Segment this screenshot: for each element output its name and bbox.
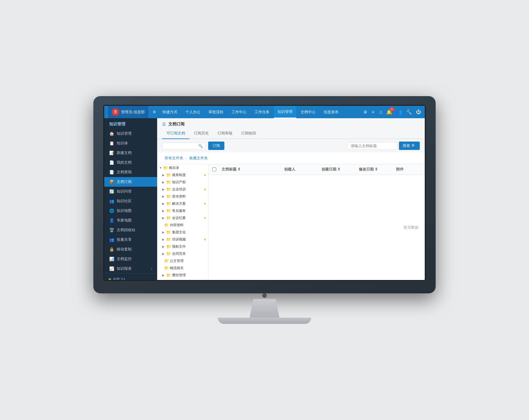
page-header: ☰ 文档订阅 bbox=[157, 118, 425, 127]
tree-item-10[interactable]: ▶ 📁 报标文件 bbox=[157, 243, 208, 250]
recycle-icon: 🗑️ bbox=[109, 228, 114, 232]
knowledge-body-icon: 📋 bbox=[109, 141, 114, 146]
tree-item-2[interactable]: ▶ 📁 企业培训 ★ bbox=[157, 186, 208, 193]
no-data-label: 暂无数据 bbox=[404, 225, 419, 230]
sidebar-item-label: 知识管理 bbox=[117, 131, 132, 136]
home-icon[interactable]: ⌂ bbox=[379, 109, 382, 115]
tree-root[interactable]: ▼ 📁 根目录 bbox=[157, 164, 208, 171]
folder-icon-7: 📁 bbox=[164, 223, 169, 227]
sidebar-item-knowledge-map[interactable]: 🌐 知识地图 bbox=[104, 206, 157, 216]
tree-arrow-10: ▶ bbox=[162, 245, 165, 248]
tree-arrow-9: ▶ bbox=[162, 238, 165, 241]
tree-item-0[interactable]: ▶ 📁 规章制度 ★ bbox=[157, 171, 208, 179]
sidebar-item-label: 文档查阅 bbox=[117, 170, 132, 175]
camera-row bbox=[262, 293, 267, 298]
monitor-neck bbox=[246, 299, 283, 318]
sidebar-item-recycle[interactable]: 🗑️ 文档回收站 bbox=[104, 225, 157, 235]
sidebar-item-knowledge-body[interactable]: 📋 知识体 bbox=[104, 138, 157, 148]
nav-work-task[interactable]: 工作任务 bbox=[251, 106, 273, 118]
search-button-label: 搜索 bbox=[403, 143, 410, 148]
tree-item-5[interactable]: ▶ 📁 售后服务 bbox=[157, 207, 208, 214]
tab-history[interactable]: 订阅历史 bbox=[190, 128, 213, 139]
tree-label-3: 宣传资料 bbox=[172, 194, 186, 199]
sidebar-item-knowledge-report[interactable]: 📈 知识报表 › bbox=[104, 264, 157, 273]
notification-icon[interactable]: 🔔 51 bbox=[386, 109, 392, 115]
tree-item-3[interactable]: ▶ 📁 宣传资料 bbox=[157, 193, 208, 200]
tree-item-7[interactable]: 📁 外部资料 bbox=[157, 222, 208, 229]
tab-revoke[interactable]: 订阅收回 bbox=[237, 128, 260, 139]
sidebar-item-batch-share[interactable]: 👥 批量共享 bbox=[104, 235, 157, 245]
tab-subscribable[interactable]: 可订阅文档 bbox=[162, 128, 190, 139]
sidebar-item-doc-monitor[interactable]: 📊 文档监控 bbox=[104, 254, 157, 264]
sidebar-item-move-copy[interactable]: 🔒 移动复制 bbox=[104, 245, 157, 254]
table-wrap: ▼ 📁 根目录 ▶ 📁 规章制度 ★ ▶ bbox=[157, 164, 425, 280]
tabs-bar: 可订阅文档 订阅历史 订阅审核 订阅收回 bbox=[157, 128, 425, 139]
tree-item-6[interactable]: ▶ 📁 会议纪要 ★ bbox=[157, 214, 208, 222]
user-icon[interactable]: 👥 bbox=[396, 109, 402, 115]
nav-work-center[interactable]: 工作中心 bbox=[228, 106, 250, 118]
sidebar-item-label: 知识社区 bbox=[117, 198, 132, 204]
nav-approval[interactable]: 审批流转 bbox=[205, 106, 227, 118]
monitor-camera bbox=[262, 293, 267, 298]
move-copy-icon: 🔒 bbox=[109, 247, 114, 252]
tree-label-1: 知识产权 bbox=[172, 180, 186, 184]
col-checkbox[interactable] bbox=[212, 167, 222, 172]
tree-item-4[interactable]: ▶ 📁 解决方案 ★ bbox=[157, 200, 208, 207]
sidebar-item-my-doc[interactable]: 📄 我的文档 bbox=[104, 158, 157, 167]
knowledge-report-arrow: › bbox=[151, 267, 152, 270]
sidebar-item-doc-subscribe[interactable]: 📦 文档订阅 bbox=[104, 177, 157, 187]
toolbar-search-input[interactable] bbox=[165, 144, 197, 148]
sidebar-item-label: 知识体 bbox=[117, 141, 128, 146]
logo-area: 艾 管理员-信息部 bbox=[108, 106, 148, 118]
tree-label-8: 集团文化 bbox=[172, 230, 186, 235]
sidebar-item-knowledge-qa[interactable]: 🔄 知识问管 bbox=[104, 187, 157, 196]
nav-doc-center[interactable]: 文档中心 bbox=[297, 106, 319, 118]
toolbar-search-box[interactable]: 🔍 bbox=[162, 142, 206, 149]
folder-icon-9: 📁 bbox=[166, 237, 171, 242]
power-icon[interactable]: ⏻ bbox=[416, 109, 421, 115]
sidebar: 知识管理 🏠 知识管理 📋 知识体 📝 新建文档 📄 bbox=[104, 118, 157, 280]
settings-icon[interactable]: 🔧 bbox=[406, 109, 412, 115]
col-title-label: 文档标题 ⇕ bbox=[222, 167, 241, 172]
tree-item-9[interactable]: ▶ 📁 培训视频 ★ bbox=[157, 236, 208, 243]
sidebar-item-knowledge-mgmt[interactable]: 🏠 知识管理 bbox=[104, 129, 157, 138]
tree-item-15[interactable]: ▶ 📁 实施方法论 bbox=[157, 279, 208, 280]
star-icon-2: ★ bbox=[204, 188, 206, 191]
nav-personal[interactable]: 个人办公 bbox=[182, 106, 204, 118]
tree-item-14[interactable]: ▶ 📁 费控管理 bbox=[157, 272, 208, 279]
sidebar-item-new-doc[interactable]: 📝 新建文档 bbox=[104, 148, 157, 158]
tree-label-0: 规章制度 bbox=[172, 173, 186, 177]
nav-knowledge[interactable]: 知识管理 bbox=[274, 106, 296, 118]
tree-item-13[interactable]: 📁 物流相关 bbox=[157, 264, 208, 272]
tree-item-8[interactable]: ▶ 📁 集团文化 bbox=[157, 229, 208, 236]
sidebar-item-knowledge-community[interactable]: 👥 知识社区 bbox=[104, 196, 157, 206]
sidebar-item-label: 知识地图 bbox=[117, 208, 132, 213]
tree-item-12[interactable]: 📁 公文管理 bbox=[157, 257, 208, 264]
nav-menu-icon[interactable]: ≡ bbox=[150, 109, 159, 115]
star-icon-0: ★ bbox=[204, 173, 206, 177]
doc-title-search-input[interactable] bbox=[347, 142, 397, 150]
subscribe-button[interactable]: 订阅 bbox=[208, 142, 224, 150]
sidebar-item-expert-map[interactable]: 👤 专家地图 bbox=[104, 216, 157, 225]
folder-tab-all[interactable]: 所有文件夹 bbox=[162, 154, 186, 162]
search-button[interactable]: 搜索 🔍 bbox=[399, 142, 420, 150]
sidebar-item-label: 文档监控 bbox=[117, 256, 132, 262]
tree-item-11[interactable]: ▶ 📁 合同范本 bbox=[157, 250, 208, 257]
hamburger-icon[interactable]: ≡ bbox=[364, 109, 367, 115]
folder-tab-favorite[interactable]: 收藏文件夹 bbox=[187, 154, 210, 162]
sidebar-item-doc-view[interactable]: 📑 文档查阅 bbox=[104, 167, 157, 177]
tree-item-1[interactable]: ▶ 📁 知识产权 bbox=[157, 179, 208, 186]
select-all-checkbox[interactable] bbox=[212, 167, 216, 171]
tab-review[interactable]: 订阅审核 bbox=[213, 128, 237, 139]
search-right: 搜索 🔍 bbox=[347, 142, 420, 150]
nav-info-publish[interactable]: 信息发布 bbox=[320, 106, 342, 118]
tree-arrow-6: ▶ bbox=[162, 216, 165, 220]
nav-shortcuts[interactable]: 快捷方式 bbox=[159, 106, 181, 118]
logo-icon: 艾 bbox=[112, 108, 119, 116]
tree-label-12: 公文管理 bbox=[170, 259, 184, 263]
tree-root-folder-icon: 📁 bbox=[163, 166, 168, 170]
folder-icon-0: 📁 bbox=[166, 173, 171, 177]
add-icon[interactable]: ＋ bbox=[371, 109, 376, 115]
search-button-icon: 🔍 bbox=[411, 144, 416, 148]
monitor-wrap: 艾 管理员-信息部 ≡ 快捷方式 个人办公 审批流转 工作中心 工作任务 知识管… bbox=[93, 96, 436, 324]
